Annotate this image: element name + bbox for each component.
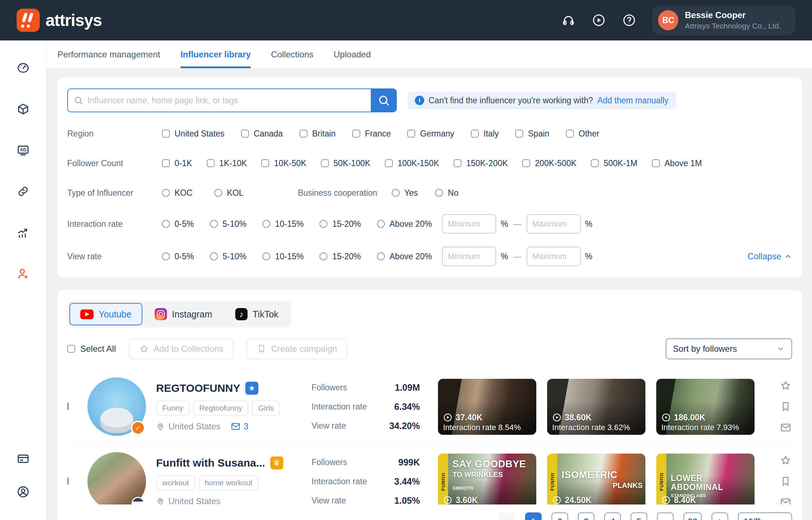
tab-influencer-library[interactable]: Influencer library — [180, 40, 251, 68]
view-rate-radio[interactable]: Above 20% — [377, 252, 432, 261]
interaction-rate-radio[interactable]: Above 20% — [377, 219, 432, 229]
follower-checkbox-option[interactable]: 500K-1M — [591, 159, 637, 168]
region-checkbox-option[interactable]: Spain — [515, 129, 549, 139]
pagination-page-button[interactable]: 3 — [578, 512, 594, 520]
interaction-rate-radio[interactable]: 10-15% — [262, 219, 304, 229]
checkbox-icon — [162, 159, 170, 167]
interaction-rate-radio[interactable]: 15-20% — [319, 219, 361, 229]
sidebar-item-analytics-icon[interactable] — [17, 226, 30, 239]
sidebar-item-account-icon[interactable] — [17, 485, 30, 498]
region-checkbox-option[interactable]: Other — [566, 129, 600, 139]
sidebar-item-products-icon[interactable] — [17, 103, 30, 116]
platform-tab-instagram[interactable]: Instagram — [144, 303, 223, 325]
region-checkbox-option[interactable]: Britain — [300, 129, 336, 139]
view-rate-radio[interactable]: 5-10% — [210, 252, 246, 261]
mail-icon[interactable] — [780, 497, 791, 504]
favorite-star-icon[interactable] — [780, 380, 791, 391]
video-thumbnail[interactable]: 186.00K Interaction rate 7.93% — [656, 379, 755, 435]
sidebar-item-influencers-icon[interactable] — [17, 267, 30, 280]
tab-performance-management[interactable]: Performance management — [57, 40, 160, 68]
play-icon — [443, 495, 452, 504]
bookmark-icon[interactable] — [780, 476, 791, 487]
help-icon[interactable] — [622, 13, 636, 27]
business-cooperation-radio[interactable]: Yes — [392, 188, 418, 198]
video-thumbnail[interactable]: FUNfitt ISOMETRICPLANKS 24.50K — [547, 454, 645, 505]
view-min-input[interactable] — [442, 247, 496, 266]
influencer-type-radio[interactable]: KOL — [214, 188, 244, 198]
platform-tab-youtube[interactable]: Youtube — [69, 303, 142, 325]
region-checkbox-option[interactable]: Canada — [241, 129, 283, 139]
pagination-page-button[interactable]: 1 — [525, 512, 542, 520]
sidebar-item-links-icon[interactable] — [17, 185, 30, 198]
pagination-page-button[interactable]: 2 — [551, 512, 568, 520]
interaction-min-input[interactable] — [442, 214, 496, 234]
interaction-max-input[interactable] — [527, 214, 581, 234]
user-avatar: BC — [658, 10, 678, 30]
view-rate-radio[interactable]: 10-15% — [262, 252, 304, 261]
pagination-prev-button[interactable] — [499, 512, 515, 520]
follower-checkbox-option[interactable]: Above 1M — [652, 159, 702, 168]
sort-dropdown[interactable]: Sort by followers — [666, 338, 792, 359]
follower-checkbox-option[interactable]: 150K-200K — [454, 159, 508, 168]
select-all-checkbox[interactable]: Select All — [67, 344, 116, 354]
follower-checkbox-option[interactable]: 10K-50K — [261, 159, 306, 168]
favorite-star-icon[interactable] — [780, 455, 791, 466]
sidebar-item-ads-icon[interactable]: AD — [17, 144, 30, 157]
search-input[interactable] — [67, 88, 371, 112]
influencer-avatar[interactable] — [87, 452, 146, 504]
user-menu[interactable]: BC Bessie Cooper Attrisys Technology Co.… — [652, 5, 795, 35]
view-max-input[interactable] — [527, 247, 581, 266]
follower-checkbox-option[interactable]: 50K-100K — [321, 159, 370, 168]
row-checkbox[interactable] — [67, 477, 69, 485]
create-campaign-button[interactable]: Create campaign — [246, 338, 347, 359]
pagination-ellipsis-button[interactable]: ... — [657, 512, 674, 520]
pagination-page-button[interactable]: 20 — [683, 512, 702, 520]
add-manually-link[interactable]: Add them manually — [597, 96, 669, 105]
interaction-rate-radio[interactable]: 5-10% — [210, 219, 246, 229]
region-checkbox-option[interactable]: United States — [162, 129, 224, 139]
region-checkbox-option[interactable]: Germany — [407, 129, 454, 139]
interaction-rate-radio[interactable]: 0-5% — [162, 219, 194, 229]
platform-tabs: Youtube Instagram ♪ TikTok — [67, 301, 291, 328]
follower-checkbox-option[interactable]: 200K-500K — [522, 159, 576, 168]
influencer-avatar[interactable] — [87, 377, 146, 436]
page-size-select[interactable]: 10/Page — [738, 512, 792, 520]
row-checkbox[interactable] — [67, 403, 69, 410]
view-rate-radio[interactable]: 0-5% — [162, 252, 194, 261]
video-thumbnail[interactable]: FUNfitt LOWER ABDOMINALSTANDING ABS 8.40… — [656, 454, 755, 505]
region-checkbox-option[interactable]: France — [352, 129, 391, 139]
pagination-next-button[interactable] — [712, 512, 728, 520]
play-icon — [661, 413, 671, 422]
platform-tab-tiktok[interactable]: ♪ TikTok — [224, 303, 289, 325]
follower-checkbox-option[interactable]: 1K-10K — [207, 159, 247, 168]
collapse-filters-button[interactable]: Collapse — [748, 251, 792, 261]
tab-uploaded[interactable]: Uploaded — [334, 40, 371, 68]
checkbox-icon — [652, 159, 660, 167]
video-thumbnail[interactable]: 38.60K Interaction rate 3.62% — [547, 379, 645, 435]
app-logo[interactable]: attrisys — [17, 9, 102, 32]
follower-checkbox-option[interactable]: 100K-150K — [385, 159, 439, 168]
checkbox-icon — [566, 130, 574, 138]
add-to-collections-button[interactable]: Add to Collections — [129, 338, 233, 359]
influencer-name[interactable]: REGTOOFUNNY — [156, 382, 240, 394]
pagination-page-button[interactable]: 5 — [631, 512, 647, 520]
region-checkbox-option[interactable]: Italy — [471, 129, 499, 139]
play-circle-icon[interactable] — [592, 13, 606, 27]
headphones-icon[interactable] — [561, 13, 576, 27]
mail-icon[interactable] — [780, 422, 791, 433]
bookmark-icon[interactable] — [780, 401, 791, 412]
video-thumbnail[interactable]: 37.40K Interaction rate 8.54% — [438, 379, 536, 435]
tab-collections[interactable]: Collections — [271, 40, 313, 68]
influencer-type-radio[interactable]: KOC — [162, 188, 193, 198]
sidebar-item-dashboard-icon[interactable] — [17, 61, 30, 74]
sidebar-item-billing-icon[interactable] — [17, 452, 30, 465]
influencer-name[interactable]: Funfitt with Susana... — [156, 457, 265, 469]
video-thumbnail[interactable]: FUNfitt SAY GOODBYETO WRINKLES SMOOTH 3.… — [438, 454, 536, 505]
pagination-page-button[interactable]: 4 — [604, 512, 621, 520]
view-rate-radio[interactable]: 15-20% — [319, 252, 361, 261]
business-cooperation-radio[interactable]: No — [435, 188, 458, 198]
interaction-rate-value: 6.34% — [394, 402, 420, 412]
messages-button[interactable]: 3 — [231, 421, 248, 432]
search-button[interactable] — [371, 88, 397, 112]
follower-checkbox-option[interactable]: 0-1K — [162, 159, 192, 168]
